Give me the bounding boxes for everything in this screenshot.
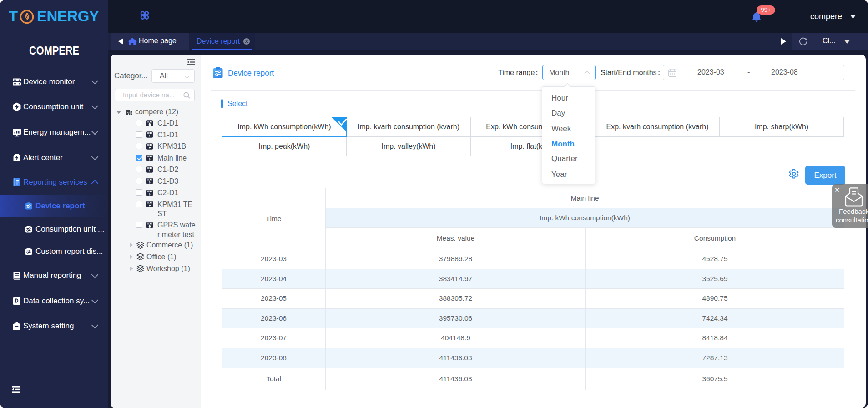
svg-text:ENERGY: ENERGY (37, 9, 99, 24)
svg-text:T: T (9, 9, 18, 24)
